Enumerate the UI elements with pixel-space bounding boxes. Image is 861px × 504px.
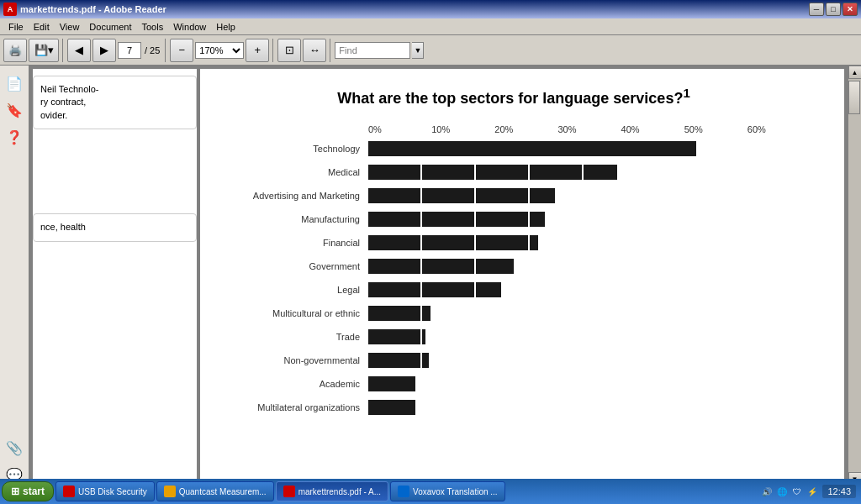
- axis-30: 30%: [557, 124, 621, 134]
- menu-help[interactable]: Help: [211, 20, 240, 34]
- bar-label-multilateral: Multilateral organizations: [234, 402, 368, 412]
- start-label: start: [23, 486, 45, 497]
- page-total: / 25: [145, 45, 160, 55]
- system-tray: 🔊 🌐 🛡 ⚡: [760, 485, 819, 498]
- bar-row-legal: Legal: [234, 281, 811, 299]
- bar-container-academic: [368, 376, 811, 391]
- maximize-button[interactable]: □: [826, 3, 841, 16]
- bar-row-medical: Medical: [234, 163, 811, 181]
- axis-20: 20%: [494, 124, 557, 134]
- bar-row-government: Government: [234, 257, 811, 276]
- axis-40: 40%: [621, 124, 684, 134]
- left-sidebar: 📄 🔖 ❓ 📎 💬: [0, 66, 29, 486]
- print-button[interactable]: 🖨️: [3, 39, 27, 62]
- find-dropdown-button[interactable]: ▼: [412, 42, 424, 59]
- toolbar-separator-2: [165, 39, 166, 62]
- zoom-select[interactable]: 170% 100% 150% 200%: [195, 42, 244, 59]
- scroll-up-button[interactable]: ▲: [848, 66, 862, 79]
- sidebar-attach-icon[interactable]: 📎: [3, 437, 25, 459]
- taskbar-icon-voxavox: [398, 486, 409, 497]
- bar-container-multicultural: [368, 306, 811, 321]
- window-title: markettrends.pdf - Adobe Reader: [20, 4, 166, 14]
- bar-row-nongovernmental: Non-governmental: [234, 351, 811, 370]
- bar-container-technology: [368, 141, 811, 156]
- axis-50: 50%: [684, 124, 747, 134]
- clock: 12:43: [822, 485, 856, 498]
- bar-label-financial: Financial: [234, 238, 368, 248]
- taskbar-icon-usb: [63, 486, 75, 497]
- taskbar-label-quantcast: Quantcast Measurem...: [179, 487, 267, 496]
- tray-icon-1[interactable]: 🔊: [760, 485, 774, 498]
- menu-tools[interactable]: Tools: [137, 20, 169, 34]
- taskbar-item-usb[interactable]: USB Disk Security: [55, 481, 155, 501]
- bar-container-government: [368, 259, 811, 274]
- sidebar-help-icon[interactable]: ❓: [3, 126, 25, 148]
- page-number-input[interactable]: [118, 42, 141, 59]
- bar-row-advertising: Advertising and Marketing: [234, 186, 811, 205]
- bar-container-nongovernmental: [368, 353, 811, 368]
- vertical-scrollbar[interactable]: ▲ ▼: [848, 66, 861, 486]
- bar-label-legal: Legal: [234, 285, 368, 295]
- fit-width-button[interactable]: ↔: [303, 39, 326, 62]
- bar-row-trade: Trade: [234, 328, 811, 346]
- fit-page-button[interactable]: ⊡: [277, 39, 301, 62]
- bar-container-manufacturing: [368, 212, 811, 227]
- taskbar-right: 🔊 🌐 🛡 ⚡ 12:43: [760, 485, 859, 498]
- taskbar-icon-quantcast: [164, 486, 176, 497]
- note-1-text: Neil Technolo-ry contract,ovider.: [40, 84, 99, 120]
- pdf-content: What are the top sectors for language se…: [200, 69, 844, 438]
- sidebar-bookmark-icon[interactable]: 🔖: [3, 99, 25, 121]
- bar-row-multilateral: Multilateral organizations: [234, 398, 811, 417]
- bar-row-academic: Academic: [234, 375, 811, 393]
- bar-label-nongovernmental: Non-governmental: [234, 355, 368, 365]
- menu-edit[interactable]: Edit: [29, 20, 55, 34]
- zoom-in-button[interactable]: +: [246, 39, 269, 62]
- menu-document[interactable]: Document: [84, 20, 136, 34]
- scroll-thumb[interactable]: [848, 81, 860, 114]
- taskbar: ⊞ start USB Disk Security Quantcast Meas…: [0, 479, 861, 504]
- taskbar-item-quantcast[interactable]: Quantcast Measurem...: [156, 481, 274, 501]
- start-button[interactable]: ⊞ start: [2, 481, 54, 501]
- bar-row-technology: Technology: [234, 139, 811, 158]
- toolbar: 🖨️ 💾▾ ◀ ▶ / 25 − 170% 100% 150% 200% + ⊡…: [0, 35, 861, 66]
- page-note-2: nce, health: [33, 213, 197, 241]
- bar-row-multicultural: Multicultural or ethnic: [234, 304, 811, 323]
- tray-icon-2[interactable]: 🌐: [775, 485, 789, 498]
- close-button[interactable]: ✕: [843, 3, 858, 16]
- tray-icon-4[interactable]: ⚡: [806, 485, 819, 498]
- bar-container-trade: [368, 329, 811, 344]
- zoom-out-button[interactable]: −: [170, 39, 193, 62]
- taskbar-label-usb: USB Disk Security: [78, 487, 147, 496]
- sidebar-page-icon[interactable]: 📄: [3, 72, 25, 94]
- chart-axes: 0% 10% 20% 30% 40% 50% 60%: [368, 124, 811, 134]
- find-input[interactable]: [335, 42, 410, 59]
- menu-window[interactable]: Window: [168, 20, 211, 34]
- prev-page-button[interactable]: ◀: [67, 39, 91, 62]
- bar-row-manufacturing: Manufacturing: [234, 210, 811, 228]
- start-icon: ⊞: [11, 486, 19, 497]
- minimize-button[interactable]: ─: [809, 3, 824, 16]
- menu-bar: File Edit View Document Tools Window Hel…: [0, 18, 861, 35]
- taskbar-label-pdf: markettrends.pdf - A...: [298, 487, 381, 496]
- scroll-track[interactable]: [848, 79, 862, 472]
- menu-view[interactable]: View: [55, 20, 85, 34]
- axis-0: 0%: [368, 124, 431, 134]
- bar-label-trade: Trade: [234, 332, 368, 342]
- tray-icon-3[interactable]: 🛡: [790, 485, 804, 498]
- axis-60: 60%: [747, 124, 811, 134]
- menu-file[interactable]: File: [3, 20, 29, 34]
- bar-container-medical: [368, 165, 811, 180]
- save-button[interactable]: 💾▾: [29, 39, 59, 62]
- taskbar-item-voxavox[interactable]: Voxavox Translation ...: [390, 481, 505, 501]
- next-page-button[interactable]: ▶: [92, 39, 116, 62]
- title-bar-buttons[interactable]: ─ □ ✕: [809, 3, 858, 16]
- bar-row-financial: Financial: [234, 234, 811, 252]
- app-icon: A: [3, 3, 17, 16]
- bar-label-multicultural: Multicultural or ethnic: [234, 308, 368, 318]
- toolbar-separator-3: [272, 39, 274, 62]
- toolbar-separator-1: [62, 39, 64, 62]
- pdf-page[interactable]: What are the top sectors for language se…: [200, 69, 844, 482]
- bar-label-medical: Medical: [234, 167, 368, 177]
- toolbar-separator-4: [330, 39, 331, 62]
- taskbar-item-pdf[interactable]: markettrends.pdf - A...: [276, 481, 388, 501]
